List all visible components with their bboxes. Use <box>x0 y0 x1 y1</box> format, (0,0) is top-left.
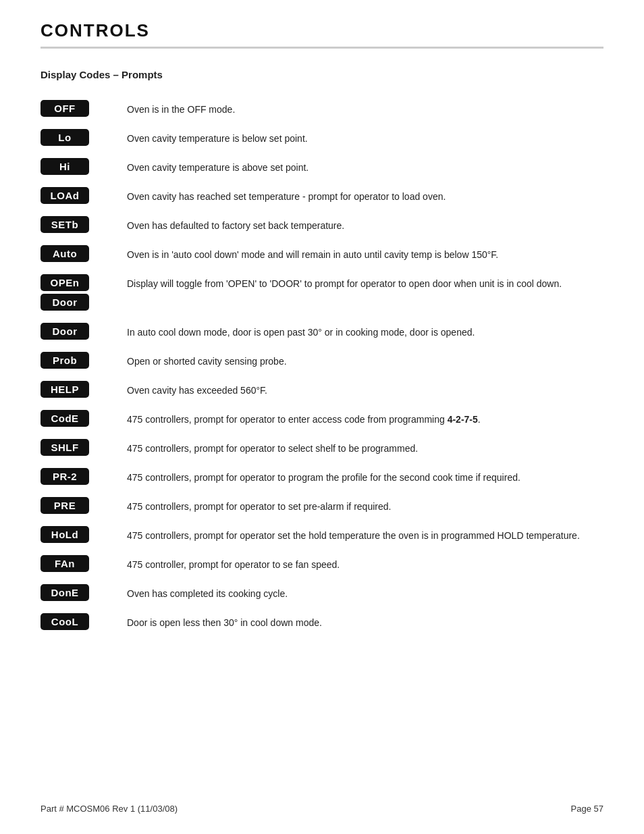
code-badge-group: SETb <box>41 216 115 233</box>
section-title: Display Codes – Prompts <box>41 69 603 80</box>
code-badge-group: DonE <box>41 584 115 601</box>
code-badge: LOAd <box>41 187 89 204</box>
code-description: Door is open less then 30° in cool down … <box>127 613 603 630</box>
code-description: Open or shorted cavity sensing probe. <box>127 352 603 369</box>
code-description: Oven cavity has exceeded 560°F. <box>127 381 603 398</box>
code-description: 475 controller, prompt for operator to s… <box>127 555 603 572</box>
code-description: Oven has completed its cooking cycle. <box>127 584 603 601</box>
code-item: LOAdOven cavity has reached set temperat… <box>41 181 603 210</box>
code-badge-group: HELP <box>41 381 115 398</box>
code-description: Oven cavity temperature is above set poi… <box>127 158 603 175</box>
code-description: Display will toggle from 'OPEN' to 'DOOR… <box>127 274 603 291</box>
code-badge: Lo <box>41 129 89 146</box>
header-section: CONTROLS <box>41 20 603 49</box>
code-badge: PR-2 <box>41 468 89 485</box>
code-badge: CooL <box>41 613 89 630</box>
code-list: OFFOven is in the OFF mode.LoOven cavity… <box>41 94 603 636</box>
code-item: DoorIn auto cool down mode, door is open… <box>41 317 603 346</box>
code-description: In auto cool down mode, door is open pas… <box>127 323 603 340</box>
code-description: Oven is in the OFF mode. <box>127 100 603 117</box>
code-badge-group: Prob <box>41 352 115 369</box>
code-badge: Door <box>41 323 89 340</box>
code-item: CodE475 controllers, prompt for operator… <box>41 404 603 433</box>
footer-left: Part # MCOSM06 Rev 1 (11/03/08) <box>41 804 178 814</box>
code-item: SHLF475 controllers, prompt for operator… <box>41 433 603 462</box>
code-item: HoLd475 controllers, prompt for operator… <box>41 520 603 549</box>
code-item: OPEnDoorDisplay will toggle from 'OPEN' … <box>41 268 603 317</box>
code-badge: SETb <box>41 216 89 233</box>
code-item: AutoOven is in 'auto cool down' mode and… <box>41 239 603 268</box>
page-container: CONTROLS Display Codes – Prompts OFFOven… <box>0 0 644 677</box>
code-description: Oven cavity temperature is below set poi… <box>127 129 603 146</box>
code-badge-group: Door <box>41 323 115 340</box>
code-description: Oven cavity has reached set temperature … <box>127 187 603 204</box>
code-description: 475 controllers, prompt for operator to … <box>127 439 603 456</box>
code-badge-group: OFF <box>41 100 115 117</box>
code-badge: HoLd <box>41 526 89 543</box>
code-badge: OFF <box>41 100 89 117</box>
code-badge: CodE <box>41 410 89 427</box>
code-badge-group: SHLF <box>41 439 115 456</box>
code-badge-group: LOAd <box>41 187 115 204</box>
code-badge-group: CooL <box>41 613 115 630</box>
code-description: Oven has defaulted to factory set back t… <box>127 216 603 233</box>
code-badge-group: OPEnDoor <box>41 274 115 311</box>
code-badge-group: Auto <box>41 245 115 262</box>
code-badge-group: CodE <box>41 410 115 427</box>
code-badge-group: HoLd <box>41 526 115 543</box>
code-item: PRE475 controllers, prompt for operator … <box>41 491 603 520</box>
code-description: 475 controllers, prompt for operator to … <box>127 410 603 427</box>
code-item: SETbOven has defaulted to factory set ba… <box>41 210 603 239</box>
code-item: OFFOven is in the OFF mode. <box>41 94 603 123</box>
page-title: CONTROLS <box>41 20 150 41</box>
code-badge-group: PRE <box>41 497 115 514</box>
code-item: FAn475 controller, prompt for operator t… <box>41 549 603 578</box>
code-item: HELPOven cavity has exceeded 560°F. <box>41 375 603 404</box>
code-item: CooLDoor is open less then 30° in cool d… <box>41 607 603 636</box>
footer-right: Page 57 <box>571 804 603 814</box>
code-badge-group: Lo <box>41 129 115 146</box>
footer: Part # MCOSM06 Rev 1 (11/03/08) Page 57 <box>41 804 603 814</box>
code-badge-group: PR-2 <box>41 468 115 485</box>
code-item: HiOven cavity temperature is above set p… <box>41 152 603 181</box>
code-badge: PRE <box>41 497 89 514</box>
code-badge: Door <box>41 294 89 311</box>
code-badge: FAn <box>41 555 89 572</box>
code-badge: OPEn <box>41 274 89 291</box>
code-badge-group: FAn <box>41 555 115 572</box>
code-description: 475 controllers, prompt for operator set… <box>127 526 603 543</box>
code-item: DonEOven has completed its cooking cycle… <box>41 578 603 607</box>
code-item: PR-2475 controllers, prompt for operator… <box>41 462 603 491</box>
code-item: ProbOpen or shorted cavity sensing probe… <box>41 346 603 375</box>
code-badge-group: Hi <box>41 158 115 175</box>
code-badge: Auto <box>41 245 89 262</box>
code-description: Oven is in 'auto cool down' mode and wil… <box>127 245 603 262</box>
code-description: 475 controllers, prompt for operator to … <box>127 468 603 485</box>
code-badge: HELP <box>41 381 89 398</box>
code-description: 475 controllers, prompt for operator to … <box>127 497 603 514</box>
code-badge: Prob <box>41 352 89 369</box>
code-badge: Hi <box>41 158 89 175</box>
code-item: LoOven cavity temperature is below set p… <box>41 123 603 152</box>
code-badge: SHLF <box>41 439 89 456</box>
code-badge: DonE <box>41 584 89 601</box>
